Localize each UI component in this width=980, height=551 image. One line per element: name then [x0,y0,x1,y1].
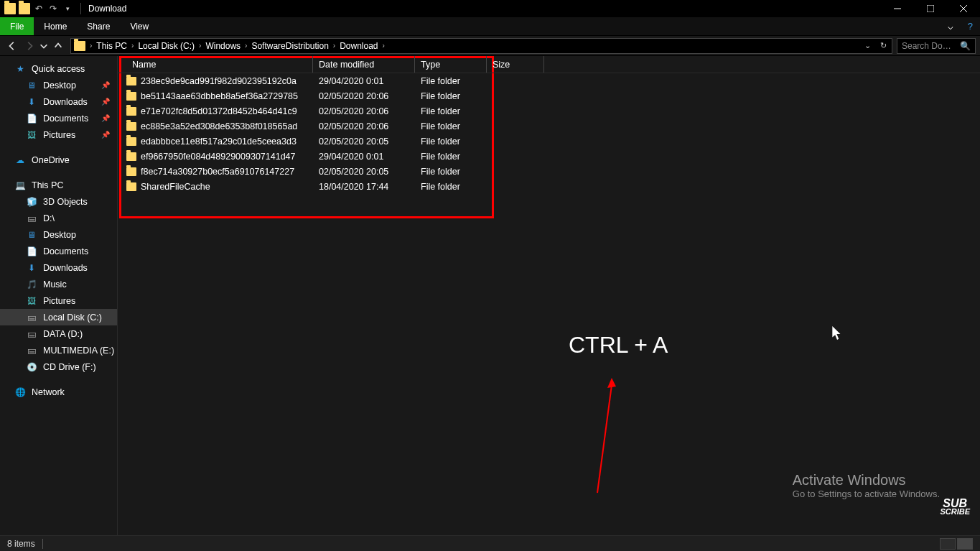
file-row[interactable]: be51143aae63dbbeb8a5ef36a272978502/05/20… [118,88,980,103]
file-type: File folder [415,182,487,192]
view-large-icons-button[interactable] [957,538,973,550]
sidebar-item[interactable]: DATA (D:) [0,325,117,342]
address-bar[interactable]: › This PC › Local Disk (C:) › Windows › … [70,38,892,54]
separator [42,539,43,549]
sidebar-item[interactable]: Local Disk (C:) [0,309,117,325]
back-button[interactable] [4,38,20,54]
tab-view[interactable]: View [120,17,159,35]
chevron-right-icon[interactable]: › [197,42,202,50]
file-date: 02/05/2020 20:06 [313,91,415,101]
folder-icon [126,152,136,161]
minimize-button[interactable] [881,0,914,17]
column-header-date[interactable]: Date modified [313,56,415,73]
sidebar-item[interactable]: Desktop [0,226,117,243]
help-icon[interactable]: ? [961,17,980,35]
sidebar-item-this-pc[interactable]: This PC [0,177,117,193]
recent-locations-button[interactable] [39,38,49,54]
tab-file[interactable]: File [0,17,34,35]
file-type: File folder [415,91,487,101]
file-row[interactable]: 238ec9de9cad991f982d902395192c0a29/04/20… [118,73,980,88]
forward-button[interactable] [22,38,37,54]
folder-icon [126,167,136,176]
navigation-pane: Quick access Desktop📌Downloads📌Documents… [0,56,118,535]
sidebar-item[interactable]: CD Drive (F:) [0,358,117,375]
pin-icon: 📌 [101,81,110,89]
file-type: File folder [415,76,487,86]
sidebar-item[interactable]: Documents📌 [0,110,117,126]
file-row[interactable]: ef9667950fe084d48929009307141d4729/04/20… [118,149,980,164]
view-details-button[interactable] [940,538,956,550]
search-input[interactable]: Search Do… 🔍 [897,38,976,54]
file-date: 02/05/2020 20:05 [313,136,415,147]
sidebar-label: DATA (D:) [43,329,83,339]
collapse-ribbon-icon[interactable]: ⌵ [941,17,961,35]
chevron-right-icon[interactable]: › [130,42,135,50]
column-header-size[interactable]: Size [487,56,544,73]
sidebar-label: CD Drive (F:) [43,362,96,372]
breadcrumb[interactable]: Download [337,41,381,51]
sidebar-label: This PC [32,180,63,190]
sidebar-item[interactable]: Downloads📌 [0,93,117,110]
column-header-name[interactable]: Name [126,56,313,73]
chevron-right-icon[interactable]: › [332,42,337,50]
sidebar-icon [26,196,37,208]
sidebar-icon [26,213,37,224]
up-button[interactable] [50,38,66,54]
sidebar-item[interactable]: Desktop📌 [0,77,117,93]
sidebar-item-quick-access[interactable]: Quick access [0,60,117,77]
file-type: File folder [415,106,487,116]
close-button[interactable] [947,0,980,17]
sidebar-label: Quick access [32,64,85,74]
subscribe-line: SCRIBE [940,509,970,515]
sidebar-item[interactable]: D:\ [0,210,117,226]
sidebar-label: Music [43,279,67,290]
watermark-title: Activate Windows [793,472,940,489]
file-name: SharedFileCache [141,182,210,192]
undo-icon[interactable]: ↶ [33,3,45,14]
redo-icon[interactable]: ↷ [47,3,59,14]
sidebar-label: Network [32,387,65,397]
status-item-count: 8 items [7,539,35,549]
watermark-subtitle: Go to Settings to activate Windows. [793,489,940,499]
chevron-right-icon[interactable]: › [88,42,93,50]
sidebar-item[interactable]: Downloads [0,259,117,276]
sidebar-item[interactable]: 3D Objects [0,193,117,210]
breadcrumb[interactable]: This PC [93,41,130,51]
file-name: be51143aae63dbbeb8a5ef36a2729785 [141,91,298,101]
sidebar-label: Documents [43,246,88,256]
svg-rect-1 [927,5,934,12]
sidebar-label: Downloads [43,263,88,273]
sidebar-item[interactable]: MULTIMEDIA (E:) [0,342,117,358]
column-header-type[interactable]: Type [415,56,487,73]
sidebar-item-network[interactable]: Network [0,384,117,400]
pc-icon [14,180,26,191]
sidebar-item[interactable]: Documents [0,243,117,259]
sidebar-icon [26,246,37,257]
refresh-icon[interactable]: ↻ [876,40,890,52]
pin-icon: 📌 [101,131,110,139]
sidebar-item[interactable]: Music [0,276,117,292]
sidebar-label: OneDrive [32,155,70,165]
windows-activation-watermark: Activate Windows Go to Settings to activ… [793,472,940,499]
file-row[interactable]: edabbbce11e8f517a29c01de5ceea3d302/05/20… [118,134,980,149]
maximize-button[interactable] [914,0,947,17]
sidebar-item[interactable]: Pictures📌 [0,126,117,143]
chevron-down-icon[interactable]: ▾ [62,3,73,14]
tab-home[interactable]: Home [34,17,77,35]
breadcrumb[interactable]: Local Disk (C:) [135,41,197,51]
sidebar-icon [26,262,37,274]
chevron-right-icon[interactable]: › [381,42,386,50]
history-dropdown-icon[interactable]: ⌄ [860,40,874,52]
file-date: 02/05/2020 20:05 [313,167,415,177]
sidebar-item-onedrive[interactable]: OneDrive [0,152,117,168]
breadcrumb[interactable]: Windows [202,41,243,51]
file-row[interactable]: ec885e3a52ed308de6353b8f018565ad02/05/20… [118,119,980,134]
tab-share[interactable]: Share [77,17,120,35]
file-list-pane: Name Date modified Type Size 238ec9de9ca… [118,56,980,535]
breadcrumb[interactable]: SoftwareDistribution [248,41,331,51]
file-row[interactable]: SharedFileCache18/04/2020 17:44File fold… [118,179,980,194]
sidebar-item[interactable]: Pictures [0,292,117,309]
file-row[interactable]: e71e702fc8d5d01372d8452b464d41c902/05/20… [118,103,980,119]
file-row[interactable]: f8ec714a30927b0ecf5a69107614722702/05/20… [118,164,980,179]
chevron-right-icon[interactable]: › [243,42,248,50]
